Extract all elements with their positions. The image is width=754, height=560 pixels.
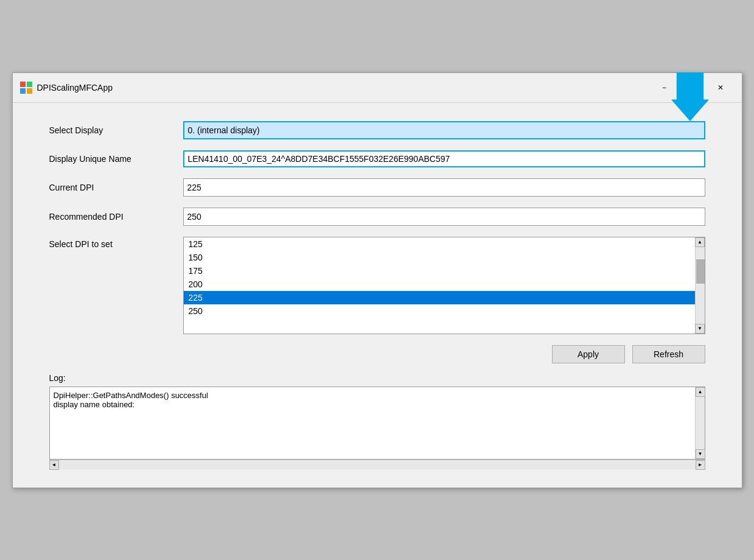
title-bar: DPIScalingMFCApp − □ ✕ — [13, 73, 742, 103]
log-section: Log: DpiHelper::GetPathsAndModes() succe… — [49, 373, 705, 469]
dpi-list[interactable]: 125 150 175 200 225 250 — [184, 237, 695, 334]
main-window: DPIScalingMFCApp − □ ✕ Select Display — [12, 72, 742, 488]
current-dpi-input[interactable] — [183, 178, 705, 197]
log-line-1: DpiHelper::GetPathsAndModes() successful — [54, 391, 691, 400]
buttons-row: Apply Refresh — [49, 345, 705, 363]
display-unique-name-value: LEN41410_00_07E3_24^A8DD7E34BCF1555F032E… — [183, 150, 705, 167]
log-scroll-down-button[interactable]: ▼ — [696, 449, 705, 459]
content-area: Select Display Display Unique Name LEN41… — [13, 103, 742, 488]
refresh-button[interactable]: Refresh — [632, 345, 705, 363]
svg-rect-0 — [20, 82, 26, 87]
scroll-up-button[interactable]: ▲ — [695, 237, 705, 247]
scroll-down-button[interactable]: ▼ — [695, 324, 705, 334]
log-hscroll-track — [59, 460, 696, 469]
svg-rect-1 — [27, 82, 32, 87]
dpi-scrollbar: ▲ ▼ — [695, 237, 705, 334]
recommended-dpi-input[interactable] — [183, 208, 705, 226]
select-display-input[interactable] — [183, 121, 705, 139]
select-display-container — [183, 121, 705, 139]
list-item[interactable]: 175 — [184, 264, 695, 278]
arrow-indicator — [669, 72, 711, 123]
current-dpi-label: Current DPI — [49, 183, 183, 192]
svg-rect-3 — [27, 88, 32, 94]
log-scroll-left-button[interactable]: ◄ — [49, 460, 59, 470]
log-hscrollbar: ◄ ► — [49, 460, 705, 469]
recommended-dpi-label: Recommended DPI — [49, 212, 183, 222]
list-item[interactable]: 250 — [184, 304, 695, 318]
log-wrapper: DpiHelper::GetPathsAndModes() successful… — [49, 387, 705, 469]
display-unique-name-row: Display Unique Name LEN41410_00_07E3_24^… — [49, 150, 705, 167]
window-title: DPIScalingMFCApp — [37, 83, 651, 93]
list-item[interactable]: 200 — [184, 278, 695, 291]
log-box: DpiHelper::GetPathsAndModes() successful… — [49, 387, 705, 460]
log-scroll-right-button[interactable]: ► — [696, 460, 705, 470]
log-label: Log: — [49, 373, 705, 383]
log-text: DpiHelper::GetPathsAndModes() successful… — [50, 387, 695, 459]
svg-marker-4 — [671, 72, 708, 121]
select-dpi-label: Select DPI to set — [49, 237, 183, 249]
app-icon — [20, 82, 32, 94]
dpi-list-container[interactable]: 125 150 175 200 225 250 ▲ ▼ — [183, 237, 705, 334]
apply-button[interactable]: Apply — [552, 345, 625, 363]
display-unique-name-label: Display Unique Name — [49, 154, 183, 164]
list-item[interactable]: 225 — [184, 291, 695, 304]
scroll-track — [696, 247, 705, 324]
select-display-label: Select Display — [49, 125, 183, 135]
list-item[interactable]: 125 — [184, 237, 695, 251]
log-scroll-track — [696, 397, 705, 449]
log-scrollbar: ▲ ▼ — [695, 387, 705, 459]
log-line-2: display name obtained: — [54, 400, 691, 409]
log-scroll-up-button[interactable]: ▲ — [696, 387, 705, 397]
recommended-dpi-row: Recommended DPI — [49, 208, 705, 226]
select-dpi-row: Select DPI to set 125 150 175 200 225 25… — [49, 237, 705, 334]
list-item[interactable]: 150 — [184, 251, 695, 264]
svg-rect-2 — [20, 88, 26, 94]
scroll-thumb[interactable] — [696, 259, 705, 284]
select-display-row: Select Display — [49, 121, 705, 139]
current-dpi-row: Current DPI — [49, 178, 705, 197]
